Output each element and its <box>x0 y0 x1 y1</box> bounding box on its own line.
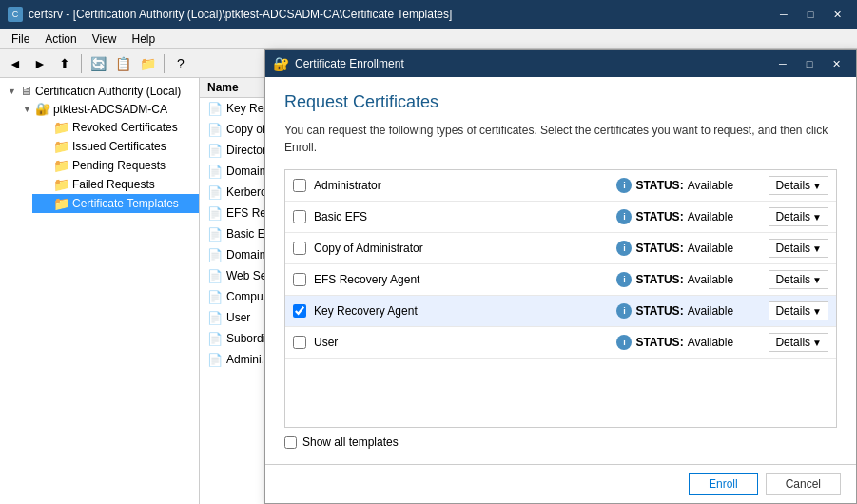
tree-item-revoked-label: Revoked Certificates <box>72 121 178 134</box>
cert-name-3: EFS Recovery Agent <box>314 273 616 286</box>
minimize-button[interactable]: ─ <box>771 5 796 24</box>
ca-icon: 🔐 <box>35 102 50 116</box>
dialog-title-bar: 🔐 Certificate Enrollment ─ □ ✕ <box>265 50 856 77</box>
dialog-maximize-button[interactable]: □ <box>797 54 822 73</box>
cert-row-1: Basic EFS i STATUS: Available Details ▼ <box>285 202 836 233</box>
app-icon: C <box>8 7 23 22</box>
certificate-list: Administrator i STATUS: Available Detail… <box>284 169 837 428</box>
list-icon-8: 📄 <box>207 269 223 283</box>
cancel-button[interactable]: Cancel <box>766 473 841 495</box>
cert-status-2: i STATUS: Available <box>616 241 769 256</box>
details-arrow-0: ▼ <box>812 181 822 191</box>
list-icon: 📄 <box>207 102 223 116</box>
window-controls: ─ □ ✕ <box>771 5 849 24</box>
list-item-label-10: User <box>226 311 250 324</box>
cert-row-4: Key Recovery Agent i STATUS: Available D… <box>285 296 836 327</box>
cert-name-5: User <box>314 336 616 349</box>
cert-status-3: i STATUS: Available <box>616 272 769 287</box>
forward-button[interactable]: ► <box>29 52 51 75</box>
window-title: certsrv - [Certification Authority (Loca… <box>29 8 452 21</box>
dialog-title-label: Certificate Enrollment <box>295 57 404 70</box>
main-area: ▼ 🖥 Certification Authority (Local) ▼ 🔐 … <box>0 78 857 504</box>
cert-row-3: EFS Recovery Agent i STATUS: Available D… <box>285 264 836 296</box>
list-icon-12: 📄 <box>207 353 223 367</box>
details-arrow-3: ▼ <box>812 275 822 285</box>
list-icon-10: 📄 <box>207 311 223 325</box>
tree-ca-node[interactable]: ▼ 🔐 ptktest-ADCSADM-CA <box>15 100 199 118</box>
refresh-button[interactable]: 🔄 <box>87 52 109 75</box>
status-label-4: STATUS: <box>635 304 683 318</box>
dialog-title-area: 🔐 Certificate Enrollment <box>273 56 404 71</box>
menu-help[interactable]: Help <box>125 30 164 48</box>
cert-checkbox-2[interactable] <box>293 242 306 255</box>
ca-expand-icon: ▼ <box>23 105 31 114</box>
tree-item-issued[interactable]: 📁 Issued Certificates <box>32 137 199 156</box>
tree-item-revoked[interactable]: 📁 Revoked Certificates <box>32 118 199 137</box>
status-label-5: STATUS: <box>635 336 683 349</box>
details-arrow-2: ▼ <box>812 243 822 254</box>
up-button[interactable]: ⬆ <box>53 52 76 75</box>
details-arrow-5: ▼ <box>812 338 822 348</box>
details-button-4[interactable]: Details ▼ <box>769 301 828 320</box>
details-button-2[interactable]: Details ▼ <box>769 239 828 258</box>
tree-panel: ▼ 🖥 Certification Authority (Local) ▼ 🔐 … <box>0 78 200 504</box>
dialog-close-button[interactable]: ✕ <box>824 54 848 73</box>
tree-ca-label: ptktest-ADCSADM-CA <box>53 103 167 116</box>
cert-row-5: User i STATUS: Available Details ▼ <box>285 327 836 359</box>
properties-button[interactable]: 📁 <box>136 52 159 75</box>
cert-name-1: Basic EFS <box>314 210 616 223</box>
menu-view[interactable]: View <box>85 30 125 48</box>
list-icon-1: 📄 <box>207 123 223 137</box>
status-value-5: Available <box>688 336 733 349</box>
cert-checkbox-1[interactable] <box>293 210 306 223</box>
toolbar-separator-2 <box>164 54 165 73</box>
menu-file[interactable]: File <box>4 30 37 48</box>
export-button[interactable]: 📋 <box>111 52 134 75</box>
list-icon-6: 📄 <box>207 227 223 242</box>
cert-row-2: Copy of Administrator i STATUS: Availabl… <box>285 233 836 264</box>
close-button[interactable]: ✕ <box>825 5 849 24</box>
dialog-footer: Enroll Cancel <box>265 464 856 503</box>
show-all-checkbox[interactable] <box>284 436 297 449</box>
tree-root-label: Certification Authority (Local) <box>35 85 181 98</box>
cert-status-4: i STATUS: Available <box>616 303 769 319</box>
show-all-label: Show all templates <box>302 436 399 449</box>
cert-checkbox-3[interactable] <box>293 273 306 286</box>
cert-checkbox-4[interactable] <box>293 304 306 318</box>
dialog-title-icon: 🔐 <box>273 56 289 71</box>
details-button-1[interactable]: Details ▼ <box>769 207 828 226</box>
dialog-content: Request Certificates You can request the… <box>265 77 856 464</box>
menu-action[interactable]: Action <box>37 30 84 48</box>
status-label-3: STATUS: <box>635 273 683 286</box>
folder-icon-3: 📁 <box>53 158 69 173</box>
details-arrow-1: ▼ <box>812 212 822 223</box>
tree-item-templates[interactable]: 📁 Certificate Templates <box>32 194 199 213</box>
expand-icon: ▼ <box>8 87 16 96</box>
status-label-1: STATUS: <box>635 210 683 223</box>
cert-checkbox-0[interactable] <box>293 179 306 192</box>
list-icon-11: 📄 <box>207 332 223 346</box>
back-button[interactable]: ◄ <box>4 52 27 75</box>
title-bar: C certsrv - [Certification Authority (Lo… <box>0 0 857 29</box>
cert-row-0: Administrator i STATUS: Available Detail… <box>285 170 836 202</box>
details-button-0[interactable]: Details ▼ <box>769 176 828 195</box>
status-value-2: Available <box>688 242 733 255</box>
status-icon-4: i <box>616 303 632 319</box>
details-button-3[interactable]: Details ▼ <box>769 270 828 289</box>
cert-checkbox-5[interactable] <box>293 336 306 349</box>
tree-item-failed-label: Failed Requests <box>72 178 155 191</box>
status-icon-0: i <box>616 178 632 193</box>
tree-item-pending-label: Pending Requests <box>72 159 166 172</box>
tree-root-node[interactable]: ▼ 🖥 Certification Authority (Local) <box>0 82 199 100</box>
maximize-button[interactable]: □ <box>798 5 823 24</box>
folder-icon: 📁 <box>53 120 69 135</box>
tree-item-failed[interactable]: 📁 Failed Requests <box>32 175 199 194</box>
dialog-minimize-button[interactable]: ─ <box>770 54 795 73</box>
server-icon: 🖥 <box>20 84 32 98</box>
help-button[interactable]: ? <box>169 52 192 75</box>
details-button-5[interactable]: Details ▼ <box>769 333 828 352</box>
status-icon-2: i <box>616 241 632 256</box>
status-label-2: STATUS: <box>635 242 683 255</box>
tree-item-pending[interactable]: 📁 Pending Requests <box>32 156 199 175</box>
enroll-button[interactable]: Enroll <box>689 473 758 495</box>
